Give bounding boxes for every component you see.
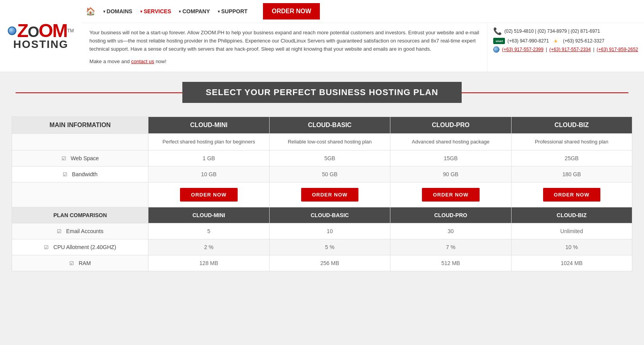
order-cell-biz: ORDER NOW <box>511 182 632 207</box>
email-accounts-row: ☑ Email Accounts 5 10 30 Unlimited <box>12 223 632 239</box>
order-cell-mini: ORDER NOW <box>148 182 269 207</box>
globe-link-1[interactable]: (+63) 917-557-2399 <box>502 47 543 52</box>
order-row: ORDER NOW ORDER NOW ORDER NOW ORDER NOW <box>12 182 632 207</box>
pricing-wrapper: MAIN INFORMATION CLOUD-MINI CLOUD-BASIC … <box>0 113 644 283</box>
globe-icon <box>8 27 16 35</box>
ram-mini: 128 MB <box>148 255 269 271</box>
checkbox-icon: ☑ <box>69 260 74 266</box>
email-biz: Unlimited <box>511 223 632 239</box>
desc-pro: Advanced shared hosting package <box>390 134 511 150</box>
bandwidth-biz: 180 GB <box>511 166 632 182</box>
plan-pro-header: CLOUD-PRO <box>390 117 511 134</box>
contact-area: 📞 (02) 519-4810 | (02) 734-8979 | (02) 8… <box>487 23 644 72</box>
description-row: Perfect shared hosting plan for beginner… <box>12 134 632 150</box>
web-space-row: ☑ Web Space 1 GB 5GB 15GB 25GB <box>12 150 632 166</box>
ram-basic: 256 MB <box>269 255 390 271</box>
sun-icon: ☀ <box>551 38 561 44</box>
cpu-label: ☑ CPU Allotment (2.40GHZ) <box>12 239 148 255</box>
cpu-pro: 7 % <box>390 239 511 255</box>
chevron-down-icon: ▾ <box>218 9 220 14</box>
bandwidth-label: ☑ Bandwidth <box>12 166 148 182</box>
nav-company-label: COMPANY <box>182 8 210 14</box>
comp-biz-header: CLOUD-BIZ <box>511 207 632 223</box>
description-text: Your business will not be a start-up for… <box>90 29 480 53</box>
logo-hosting: HOSTING <box>8 38 74 51</box>
comp-basic-header: CLOUD-BASIC <box>269 207 390 223</box>
nav-services-label: SERVICES <box>144 8 171 14</box>
globe-link-2[interactable]: (+63) 917-557-2334 <box>549 47 591 52</box>
web-space-biz: 25GB <box>511 150 632 166</box>
nav-support-label: SUPPORT <box>221 8 248 14</box>
nav-domains[interactable]: ▾ DOMAINS <box>103 8 132 14</box>
cta-text: Make a move and contact us now! <box>90 58 480 66</box>
cpu-basic: 5 % <box>269 239 390 255</box>
checkbox-icon: ☑ <box>44 244 49 250</box>
plan-basic-header: CLOUD-BASIC <box>269 117 390 134</box>
logo-tm: TM <box>67 28 74 34</box>
ram-pro: 512 MB <box>390 255 511 271</box>
cpu-biz: 10 % <box>511 239 632 255</box>
web-space-text: Web Space <box>71 155 99 161</box>
phone-icon: 📞 <box>493 27 502 35</box>
web-space-pro: 15GB <box>390 150 511 166</box>
desc-empty <box>12 134 148 150</box>
nav-company[interactable]: ▾ COMPANY <box>179 8 210 14</box>
checkbox-icon: ☑ <box>62 156 66 161</box>
description-area: Your business will not be a start-up for… <box>82 23 487 72</box>
email-basic: 10 <box>269 223 390 239</box>
web-space-mini: 1 GB <box>148 150 269 166</box>
cta-suffix: now! <box>154 58 166 64</box>
bandwidth-basic: 50 GB <box>269 166 390 182</box>
chevron-down-icon: ▾ <box>140 9 142 14</box>
order-cell-pro: ORDER NOW <box>390 182 511 207</box>
nav-contact-area: 🏠 ▾ DOMAINS ▾ SERVICES ▾ COMPANY ▾ SUPPO… <box>82 0 644 72</box>
cpu-text: CPU Allotment (2.40GHZ) <box>53 244 116 250</box>
contact-us-link[interactable]: contact us <box>131 58 154 64</box>
home-icon[interactable]: 🏠 <box>86 7 95 16</box>
globe-row: (+63) 917-557-2399 | (+63) 917-557-2334 … <box>493 46 638 53</box>
email-accounts-label: ☑ Email Accounts <box>12 223 148 239</box>
section-title: SELECT YOUR PERFECT BUSINESS HOSTING PLA… <box>182 82 462 103</box>
comp-mini-header: CLOUD-MINI <box>148 207 269 223</box>
landline-number: (02) 519-4810 | (02) 734-8979 | (02) 871… <box>504 28 600 34</box>
separator-1: | <box>546 47 547 52</box>
order-button-biz[interactable]: ORDER NOW <box>543 188 600 202</box>
ram-text: RAM <box>79 260 91 266</box>
globe-link-3[interactable]: (+63) 917-859-2652 <box>597 47 638 52</box>
checkbox-icon: ☑ <box>63 172 67 177</box>
email-mini: 5 <box>148 223 269 239</box>
order-empty <box>12 182 148 207</box>
nav-services[interactable]: ▾ SERVICES <box>140 8 171 14</box>
sun-number: (+63) 925-612-3327 <box>563 38 604 44</box>
cpu-row: ☑ CPU Allotment (2.40GHZ) 2 % 5 % 7 % 10… <box>12 239 632 255</box>
checkbox-icon: ☑ <box>57 228 62 234</box>
order-cell-basic: ORDER NOW <box>269 182 390 207</box>
section-title-bar: SELECT YOUR PERFECT BUSINESS HOSTING PLA… <box>0 72 644 113</box>
bandwidth-row: ☑ Bandwidth 10 GB 50 GB 90 GB 180 GB <box>12 166 632 182</box>
nav-support[interactable]: ▾ SUPPORT <box>218 8 248 14</box>
web-space-basic: 5GB <box>269 150 390 166</box>
email-pro: 30 <box>390 223 511 239</box>
order-button-mini[interactable]: ORDER NOW <box>180 188 237 202</box>
order-button-pro[interactable]: ORDER NOW <box>422 188 479 202</box>
desc-biz: Professional shared hosting plan <box>511 134 632 150</box>
content-row: Your business will not be a start-up for… <box>82 23 644 72</box>
order-now-button[interactable]: ORDER NOW <box>263 3 319 19</box>
nav-bar: 🏠 ▾ DOMAINS ▾ SERVICES ▾ COMPANY ▾ SUPPO… <box>82 0 644 23</box>
order-button-basic[interactable]: ORDER NOW <box>301 188 358 202</box>
chevron-down-icon: ▾ <box>103 9 105 14</box>
table-header-row: MAIN INFORMATION CLOUD-MINI CLOUD-BASIC … <box>12 117 632 134</box>
nav-domains-label: DOMAINS <box>107 8 132 14</box>
landline-row: 📞 (02) 519-4810 | (02) 734-8979 | (02) 8… <box>493 27 638 35</box>
desc-mini: Perfect shared hosting plan for beginner… <box>148 134 269 150</box>
separator-2: | <box>593 47 594 52</box>
email-accounts-text: Email Accounts <box>66 228 104 234</box>
smart-logo: smart <box>493 38 505 44</box>
web-space-label: ☑ Web Space <box>12 150 148 166</box>
cpu-mini: 2 % <box>148 239 269 255</box>
ram-label: ☑ RAM <box>12 255 148 271</box>
header: ZOOM TM HOSTING 🏠 ▾ DOMAINS ▾ SERVICES ▾… <box>0 0 644 72</box>
smart-number: (+63) 947-990-8271 <box>507 38 549 44</box>
pricing-table: MAIN INFORMATION CLOUD-MINI CLOUD-BASIC … <box>12 117 632 271</box>
plan-mini-header: CLOUD-MINI <box>148 117 269 134</box>
